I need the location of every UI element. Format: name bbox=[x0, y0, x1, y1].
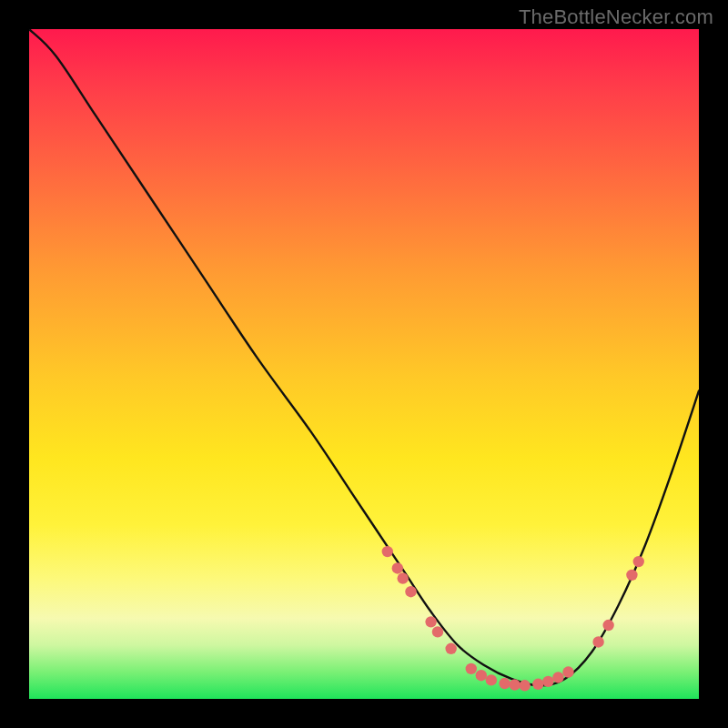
curve-marker bbox=[476, 670, 487, 681]
curve-marker bbox=[425, 616, 436, 627]
curve-marker bbox=[592, 636, 603, 647]
curve-marker bbox=[405, 586, 416, 597]
curve-marker bbox=[382, 546, 393, 557]
curve-marker bbox=[466, 663, 477, 674]
curve-marker bbox=[626, 570, 637, 581]
curve-marker bbox=[552, 672, 563, 682]
curve-markers bbox=[382, 546, 644, 692]
curve-marker bbox=[486, 674, 497, 685]
watermark-text: TheBottleNecker.com bbox=[519, 5, 713, 29]
curve-marker bbox=[532, 679, 543, 690]
curve-marker bbox=[542, 676, 553, 687]
curve-marker bbox=[633, 556, 644, 567]
curve-marker bbox=[509, 679, 520, 690]
plot-area bbox=[29, 29, 699, 699]
curve-marker bbox=[392, 562, 403, 573]
curve-marker bbox=[519, 680, 530, 691]
chart-stage: TheBottleNecker.com bbox=[0, 0, 728, 728]
curve-marker bbox=[602, 620, 613, 631]
curve-marker bbox=[432, 626, 443, 637]
curve-marker bbox=[445, 643, 456, 654]
curve-marker bbox=[562, 666, 573, 677]
bottleneck-curve bbox=[29, 29, 699, 685]
curve-marker bbox=[397, 572, 408, 583]
curve-marker bbox=[499, 678, 510, 689]
curve-layer bbox=[29, 29, 699, 699]
